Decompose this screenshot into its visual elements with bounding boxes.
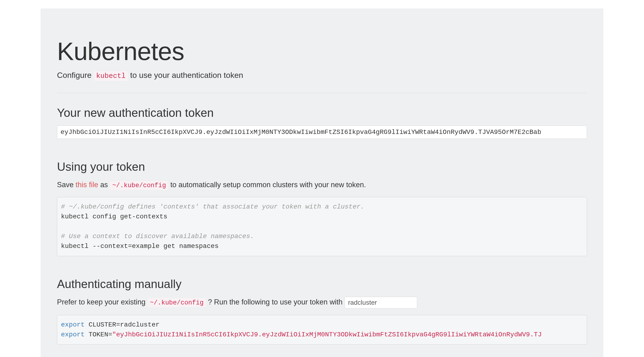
using-para-mid: as xyxy=(98,180,110,189)
subtitle-prefix: Configure xyxy=(57,70,94,80)
using-para-suffix: to automatically setup common clusters w… xyxy=(168,180,366,189)
token-input[interactable] xyxy=(57,126,587,139)
code-comment: # ~/.kube/config defines 'contexts' that… xyxy=(61,203,364,210)
using-para-prefix: Save xyxy=(57,180,76,189)
inline-code-kubectl: kubectl xyxy=(94,71,128,81)
manual-paragraph: Prefer to keep your existing ~/.kube/con… xyxy=(57,297,587,308)
code-keyword-export: export xyxy=(61,331,85,338)
page-subtitle: Configure kubectl to use your authentica… xyxy=(57,70,587,80)
code-block-contexts: # ~/.kube/config defines 'contexts' that… xyxy=(57,197,587,256)
page-title: Kubernetes xyxy=(57,36,587,66)
cluster-name-input[interactable] xyxy=(344,297,417,308)
code-token-string: "eyJhbGciOiJIUzI1NiIsInR5cCI6IkpXVCJ9.ey… xyxy=(112,331,542,338)
code-block-export: export CLUSTER=radcluster export TOKEN="… xyxy=(57,315,587,344)
code-keyword-export: export xyxy=(61,321,85,328)
code-token-prefix: TOKEN= xyxy=(85,331,112,338)
heading-manual: Authenticating manually xyxy=(57,277,587,291)
subtitle-suffix: to use your authentication token xyxy=(128,70,243,80)
inline-code-kubeconfig: ~/.kube/config xyxy=(110,181,168,190)
main-container: Kubernetes Configure kubectl to use your… xyxy=(40,8,604,357)
this-file-link[interactable]: this file xyxy=(76,180,98,189)
code-comment: # Use a context to discover available na… xyxy=(61,233,254,240)
code-line: kubectl config get-contexts xyxy=(61,213,168,220)
heading-using: Using your token xyxy=(57,160,587,174)
manual-para-prefix: Prefer to keep your existing xyxy=(57,298,148,306)
code-line: kubectl --context=example get namespaces xyxy=(61,242,218,250)
manual-para-mid: ? Run the following to use your token wi… xyxy=(206,298,344,306)
using-paragraph: Save this file as ~/.kube/config to auto… xyxy=(57,180,587,190)
heading-token: Your new authentication token xyxy=(57,106,587,120)
code-line: CLUSTER=radcluster xyxy=(85,321,160,328)
inline-code-kubeconfig2: ~/.kube/config xyxy=(148,298,206,307)
